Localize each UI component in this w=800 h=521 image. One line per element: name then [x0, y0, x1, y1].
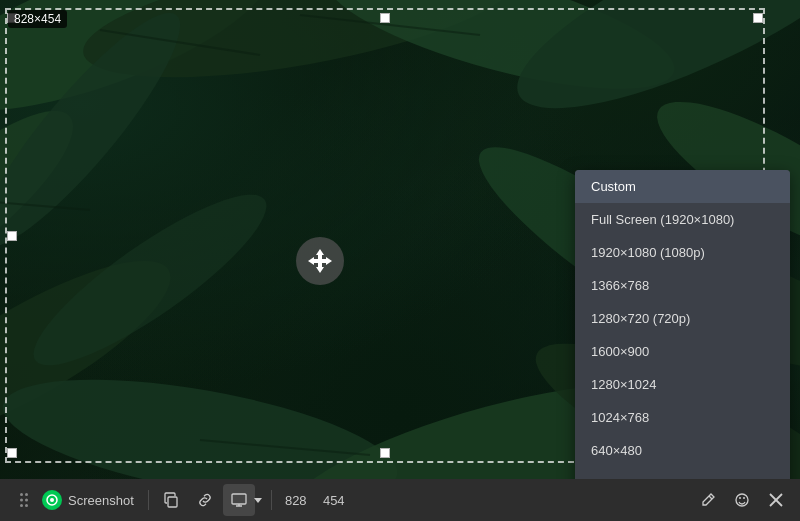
move-icon[interactable] [296, 237, 344, 285]
dropdown-arrow-icon[interactable] [251, 484, 265, 516]
toolbar: Screenshot 828 454 [0, 479, 800, 521]
dropdown-item-640x480[interactable]: 640×480 [575, 434, 790, 467]
dropdown-item-custom[interactable]: Custom [575, 170, 790, 203]
svg-marker-18 [308, 249, 332, 273]
dropdown-item-1280x1024[interactable]: 1280×1024 [575, 368, 790, 401]
width-value[interactable]: 828 [278, 493, 314, 508]
resolution-dropdown[interactable]: Custom Full Screen (1920×1080) 1920×1080… [575, 170, 790, 500]
screen-size-icon[interactable] [223, 484, 255, 516]
draw-icon[interactable] [692, 484, 724, 516]
dropdown-item-1280x720[interactable]: 1280×720 (720p) [575, 302, 790, 335]
separator-2 [271, 490, 272, 510]
svg-rect-27 [168, 497, 177, 507]
effect-icon[interactable] [726, 484, 758, 516]
dimension-label: 828×454 [8, 10, 67, 28]
dropdown-item-1600x900[interactable]: 1600×900 [575, 335, 790, 368]
svg-point-31 [739, 497, 741, 499]
separator-1 [148, 490, 149, 510]
app-icon [42, 490, 62, 510]
dropdown-item-1024x768[interactable]: 1024×768 [575, 401, 790, 434]
dropdown-item-fullscreen[interactable]: Full Screen (1920×1080) [575, 203, 790, 236]
svg-point-21 [20, 499, 23, 502]
dropdown-item-1366x768[interactable]: 1366×768 [575, 269, 790, 302]
svg-point-19 [20, 493, 23, 496]
link-icon[interactable] [189, 484, 221, 516]
svg-rect-28 [232, 494, 246, 504]
svg-point-24 [25, 504, 28, 507]
app-label: Screenshot [68, 493, 134, 508]
height-value[interactable]: 454 [316, 493, 352, 508]
close-icon[interactable] [760, 484, 792, 516]
svg-point-23 [20, 504, 23, 507]
svg-point-22 [25, 499, 28, 502]
svg-point-20 [25, 493, 28, 496]
drag-handle-icon [8, 484, 40, 516]
copy-icon[interactable] [155, 484, 187, 516]
svg-point-32 [743, 497, 745, 499]
svg-point-26 [50, 498, 54, 502]
dropdown-item-1920x1080[interactable]: 1920×1080 (1080p) [575, 236, 790, 269]
svg-marker-29 [254, 498, 262, 503]
